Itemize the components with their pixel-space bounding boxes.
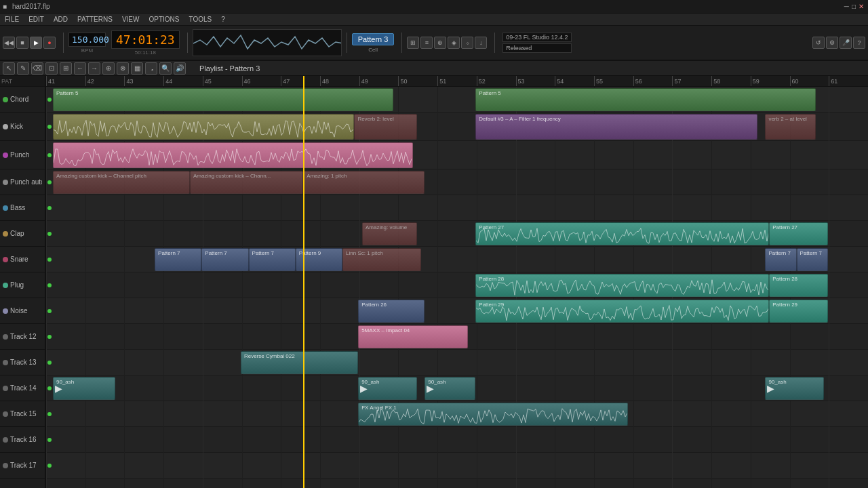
clip-block[interactable]: Pattern 9 xyxy=(296,248,342,271)
track-header-10[interactable]: Track 13 xyxy=(0,350,45,375)
mix-btn1[interactable]: ⊞ xyxy=(407,37,419,49)
help-btn[interactable]: ? xyxy=(853,37,865,49)
menu-options[interactable]: OPTIONS xyxy=(146,16,181,23)
minimize-btn[interactable]: ─ xyxy=(844,3,849,10)
clip-block[interactable]: Linn Sc: 1 pitch xyxy=(342,248,420,271)
track-active-dot xyxy=(47,309,52,313)
track-active-dot xyxy=(47,412,52,416)
clip-label: Linn Sc: 1 pitch xyxy=(344,249,418,257)
settings-btn[interactable]: ⚙ xyxy=(826,37,838,49)
track-name-label: Track 17 xyxy=(10,462,37,469)
clip-block[interactable]: Pattern 7 xyxy=(155,248,201,271)
tool-magnet[interactable]: ↖ xyxy=(3,62,15,75)
track-header-6[interactable]: Snare xyxy=(0,247,45,272)
clip-block[interactable]: Reverb 2: level xyxy=(354,114,416,140)
clip-block[interactable]: Pattern 29 xyxy=(475,300,769,323)
toolbar: ↖ ✎ ⌫ ⊡ ⊞ ← → ⊕ ⊗ ▦ 𝅘 🔍 🔊 Playlist - Pat… xyxy=(0,61,868,76)
stop-btn[interactable]: ■ xyxy=(16,37,28,49)
clip-block[interactable]: ▶90_ash xyxy=(53,377,115,400)
menu-help[interactable]: ? xyxy=(219,16,227,23)
bpm-display[interactable]: 150.000 xyxy=(68,33,106,47)
clip-block[interactable]: ▶90_ash xyxy=(358,377,417,400)
mix-btn5[interactable]: ⬦ xyxy=(461,37,473,49)
ruler-mark: 58 xyxy=(711,76,720,87)
tool-speaker[interactable]: 🔊 xyxy=(174,62,186,75)
track-header-7[interactable]: Plug xyxy=(0,272,45,298)
tool-snap[interactable]: ▦ xyxy=(131,62,143,75)
clip-block[interactable]: Pattern 29 xyxy=(769,300,828,323)
clip-block[interactable]: Pattern 26 xyxy=(358,300,425,323)
track-header-12[interactable]: Track 15 xyxy=(0,401,45,427)
clip-block[interactable]: Pattern 5 xyxy=(53,88,393,111)
play-btn[interactable]: ▶ xyxy=(30,37,42,49)
track-active-dot xyxy=(47,335,52,339)
clip-label: Pattern 5 xyxy=(477,89,814,97)
record-btn[interactable]: ● xyxy=(43,37,56,49)
clip-block[interactable]: Amazing custom kick – Channel pitch xyxy=(53,171,190,194)
clip-block[interactable]: FX Angel FX 1 xyxy=(358,403,628,426)
mix-btn6[interactable]: ↓ xyxy=(475,37,487,49)
clip-block[interactable]: Pattern 7 xyxy=(797,248,828,271)
clip-block[interactable] xyxy=(53,142,413,168)
clip-block[interactable]: ▶90_ash xyxy=(765,377,824,400)
clip-block[interactable]: Pattern 5 xyxy=(475,88,816,111)
mix-btn4[interactable]: ◈ xyxy=(448,37,460,49)
clip-block[interactable]: 5MAXX – Impact 04 xyxy=(358,325,468,348)
track-header-13[interactable]: Track 16 xyxy=(0,427,45,453)
transport-bar: ◀◀ ■ ▶ ● 150.000 BPM 47:01:23 50:11:18 P… xyxy=(0,26,868,61)
track-header-2[interactable]: Punch xyxy=(0,141,45,169)
track-header-1[interactable]: Kick xyxy=(0,113,45,141)
tool-zoom[interactable]: ⊞ xyxy=(60,62,72,75)
clip-block[interactable]: Pattern 27 xyxy=(475,222,769,245)
track-header-11[interactable]: Track 14 xyxy=(0,375,45,401)
tool-search[interactable]: 🔍 xyxy=(159,62,172,75)
clip-block[interactable]: Pattern 28 xyxy=(475,274,769,297)
track-header-8[interactable]: Noise xyxy=(0,298,45,324)
tool-extra3[interactable]: 𝅘 xyxy=(145,62,157,75)
menu-edit[interactable]: EDIT xyxy=(26,16,46,23)
clip-block[interactable]: Pattern 7 xyxy=(249,248,296,271)
track-header-5[interactable]: Clap xyxy=(0,221,45,247)
tool-extra2[interactable]: ⊗ xyxy=(117,62,129,75)
tool-eraser[interactable]: ⌫ xyxy=(31,62,43,75)
clip-block[interactable]: Amazing: volume xyxy=(362,222,417,245)
tool-arrow-right[interactable]: → xyxy=(88,62,100,75)
mic-btn[interactable]: 🎤 xyxy=(840,37,852,49)
clip-block[interactable]: Amazing: 1 pitch xyxy=(303,171,425,194)
clip-block[interactable]: Default #3 – A – Filter 1 frequency xyxy=(475,114,757,140)
clip-block[interactable]: Amazing custom kick – Chann... xyxy=(190,171,303,194)
clip-label: Default #3 – A – Filter 1 frequency xyxy=(477,115,755,123)
clip-block[interactable] xyxy=(53,114,354,140)
track-header-3[interactable]: Punch auto. xyxy=(0,169,45,195)
tool-pencil[interactable]: ✎ xyxy=(17,62,29,75)
maximize-btn[interactable]: □ xyxy=(852,3,856,10)
clip-block[interactable]: Reverse Cymbal 022 xyxy=(241,351,358,374)
clip-block[interactable]: Pattern 7 xyxy=(765,248,796,271)
tool-arrow-left[interactable]: ← xyxy=(74,62,86,75)
track-header-0[interactable]: Chord xyxy=(0,87,45,113)
close-btn[interactable]: ✕ xyxy=(859,3,864,10)
clip-block[interactable]: ▶90_ash xyxy=(425,377,475,400)
track-header-4[interactable]: Bass xyxy=(0,195,45,221)
menu-view[interactable]: VIEW xyxy=(120,16,142,23)
track-header-9[interactable]: Track 12 xyxy=(0,324,45,350)
clip-block[interactable]: verb 2 – at level xyxy=(765,114,816,140)
menu-file[interactable]: FILE xyxy=(3,16,21,23)
menu-tools[interactable]: TOOLS xyxy=(186,16,214,23)
mix-btn2[interactable]: ≡ xyxy=(420,37,433,49)
clip-block[interactable]: Pattern 27 xyxy=(769,222,828,245)
tool-select[interactable]: ⊡ xyxy=(45,62,58,75)
tool-extra1[interactable]: ⊕ xyxy=(102,62,115,75)
clip-block[interactable]: Pattern 28 xyxy=(769,274,828,297)
refresh-btn[interactable]: ↺ xyxy=(812,37,825,49)
prev-btn[interactable]: ◀◀ xyxy=(3,37,15,49)
track-header-15[interactable]: Track 18 xyxy=(0,479,45,488)
menu-patterns[interactable]: PATTERNS xyxy=(75,16,115,23)
clip-block[interactable]: Pattern 7 xyxy=(201,248,248,271)
clip-label: FX Angel FX 1 xyxy=(360,404,626,411)
menu-add[interactable]: ADD xyxy=(52,16,70,23)
ruler-mark: 57 xyxy=(672,76,681,87)
mix-btn3[interactable]: ⊕ xyxy=(434,37,446,49)
track-header-14[interactable]: Track 17 xyxy=(0,453,45,479)
pattern-button[interactable]: Pattern 3 xyxy=(352,33,395,45)
